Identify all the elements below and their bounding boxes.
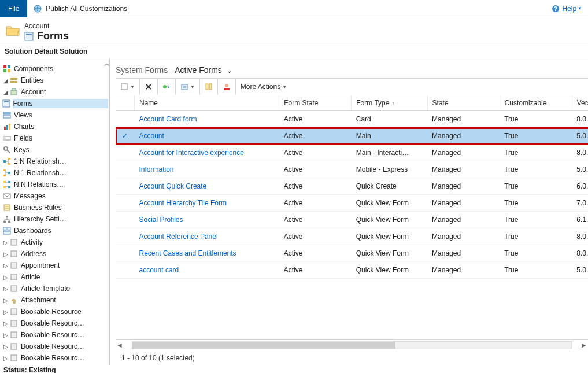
tree-bookable-3[interactable]: ▷Bookable Resourc…	[2, 329, 108, 341]
cell-name[interactable]: Account	[135, 128, 279, 145]
expand-toggle-icon[interactable]: ▷	[2, 332, 9, 338]
scroll-track[interactable]	[132, 341, 572, 349]
tree-fields[interactable]: Fields	[2, 132, 108, 144]
table-row[interactable]: Account Reference PanelActiveQuick View …	[116, 228, 588, 245]
cell-name[interactable]: Information	[135, 161, 279, 178]
svg-rect-38	[3, 221, 6, 223]
row-checkbox[interactable]	[116, 262, 135, 279]
form-order-button[interactable]	[200, 78, 218, 95]
table-row[interactable]: Account Card formActiveCardManagedTrue8.…	[116, 111, 588, 128]
file-menu[interactable]: File	[0, 0, 27, 17]
tree-bookable-5[interactable]: ▷Bookable Resourc…	[2, 352, 108, 364]
row-checkbox[interactable]	[116, 212, 135, 228]
cell-form-type: Main	[352, 128, 427, 145]
scroll-thumb[interactable]	[132, 342, 395, 349]
row-checkbox[interactable]	[116, 145, 135, 161]
expand-toggle-icon[interactable]: ◢	[2, 77, 9, 84]
tree-keys[interactable]: Keys	[2, 144, 108, 156]
tree-dashboards[interactable]: Dashboards	[2, 225, 108, 237]
tree-views[interactable]: Views	[2, 109, 108, 121]
help-menu[interactable]: ? Help ▼	[546, 5, 588, 13]
delete-button[interactable]	[140, 78, 158, 95]
entity-icon	[9, 238, 19, 247]
row-checkbox[interactable]	[116, 245, 135, 262]
row-checkbox[interactable]: ✓	[116, 128, 135, 145]
expand-toggle-icon[interactable]: ▷	[2, 251, 9, 257]
scroll-left-icon[interactable]: ◄	[116, 341, 124, 349]
resize-handle-icon[interactable]: ⋮	[108, 197, 110, 204]
scroll-right-icon[interactable]: ►	[580, 341, 588, 349]
more-actions-menu[interactable]: More Actions▼	[236, 78, 291, 95]
tree-article[interactable]: ▷Article	[2, 271, 108, 283]
view-selector[interactable]: System Forms Active Forms ⌄	[116, 63, 588, 78]
expand-toggle-icon[interactable]: ▷	[2, 309, 9, 315]
expand-toggle-icon[interactable]: ▷	[2, 263, 9, 269]
expand-toggle-icon[interactable]: ◢	[2, 89, 9, 95]
tree-nn-rel[interactable]: N:N Relations…	[2, 179, 108, 190]
tree-business-rules[interactable]: Business Rules	[2, 202, 108, 213]
tree-n1-rel[interactable]: N:1 Relationsh…	[2, 167, 108, 179]
expand-toggle-icon[interactable]: ▷	[2, 239, 9, 246]
expand-toggle-icon[interactable]: ▷	[2, 297, 9, 304]
cell-name[interactable]: Account Hierarchy Tile Form	[135, 195, 279, 212]
tree-1n-rel[interactable]: 1:N Relationsh…	[2, 156, 108, 167]
nav-tree: Components ◢ Entities ◢ Account Forms Vi…	[0, 61, 109, 365]
table-row[interactable]: Social ProfilesActiveQuick View FormMana…	[116, 212, 588, 228]
col-name[interactable]: Name	[135, 95, 279, 111]
cell-name[interactable]: account card	[135, 262, 279, 279]
col-form-state[interactable]: Form State	[279, 95, 352, 111]
tree-appointment[interactable]: ▷Appointment	[2, 260, 108, 271]
horizontal-scrollbar[interactable]: ◄ ►	[116, 339, 588, 350]
tree-activity[interactable]: ▷Activity	[2, 237, 108, 248]
expand-toggle-icon[interactable]: ▷	[2, 286, 9, 292]
tree-article-template[interactable]: ▷Article Template	[2, 283, 108, 294]
tree-messages[interactable]: Messages	[2, 190, 108, 202]
cell-name[interactable]: Account Card form	[135, 111, 279, 128]
table-row[interactable]: Account Quick CreateActiveQuick CreateMa…	[116, 178, 588, 195]
tree-attachment[interactable]: ▷Attachment	[2, 294, 108, 306]
collapse-sidebar-icon[interactable]: ︽	[104, 60, 110, 68]
new-button[interactable]: ▼	[116, 78, 140, 95]
table-row[interactable]: account cardActiveQuick View FormManaged…	[116, 262, 588, 279]
expand-toggle-icon[interactable]: ▷	[2, 355, 9, 361]
assign-roles-button[interactable]	[218, 78, 236, 95]
col-state[interactable]: State	[427, 95, 500, 111]
cell-name[interactable]: Account for Interactive experience	[135, 145, 279, 161]
entity-icon	[9, 330, 19, 339]
cell-name[interactable]: Recent Cases and Entitlements	[135, 245, 279, 262]
managed-props-button[interactable]: ▼	[176, 78, 200, 95]
tree-address[interactable]: ▷Address	[2, 248, 108, 260]
col-form-type[interactable]: Form Type↑	[352, 95, 427, 111]
col-customizable[interactable]: Customizable	[500, 95, 572, 111]
tree-hierarchy[interactable]: Hierarchy Setti…	[2, 213, 108, 225]
tree-bookable-4[interactable]: ▷Bookable Resourc…	[2, 341, 108, 352]
row-checkbox[interactable]	[116, 178, 135, 195]
tree-forms[interactable]: Forms	[2, 98, 108, 109]
select-all-checkbox[interactable]	[116, 95, 135, 111]
status-bar: Status: Existing	[0, 365, 588, 373]
row-checkbox[interactable]	[116, 111, 135, 128]
expand-toggle-icon[interactable]: ▷	[2, 274, 9, 280]
row-checkbox[interactable]	[116, 228, 135, 245]
table-row[interactable]: InformationActiveMobile - ExpressManaged…	[116, 161, 588, 178]
tree-bookable-2[interactable]: ▷Bookable Resourc…	[2, 317, 108, 329]
tree-charts[interactable]: Charts	[2, 121, 108, 132]
tree-entities[interactable]: ◢ Entities	[2, 75, 108, 86]
expand-toggle-icon[interactable]: ▷	[2, 344, 9, 350]
cell-name[interactable]: Account Reference Panel	[135, 228, 279, 245]
row-checkbox[interactable]	[116, 195, 135, 212]
tree-bookable-1[interactable]: ▷Bookable Resource	[2, 306, 108, 317]
activate-button[interactable]	[158, 78, 176, 95]
table-row[interactable]: Account Hierarchy Tile FormActiveQuick V…	[116, 195, 588, 212]
cell-name[interactable]: Account Quick Create	[135, 178, 279, 195]
row-checkbox[interactable]	[116, 161, 135, 178]
expand-toggle-icon[interactable]: ▷	[2, 320, 9, 327]
publish-all-button[interactable]: Publish All Customizations	[27, 0, 133, 17]
cell-name[interactable]: Social Profiles	[135, 212, 279, 228]
tree-account[interactable]: ◢ Account	[2, 86, 108, 98]
table-row[interactable]: ✓AccountActiveMainManagedTrue5.0.0.0Upda…	[116, 128, 588, 145]
tree-components[interactable]: Components	[2, 63, 108, 75]
col-version[interactable]: Version	[572, 95, 588, 111]
table-row[interactable]: Recent Cases and EntitlementsActiveQuick…	[116, 245, 588, 262]
table-row[interactable]: Account for Interactive experienceActive…	[116, 145, 588, 161]
